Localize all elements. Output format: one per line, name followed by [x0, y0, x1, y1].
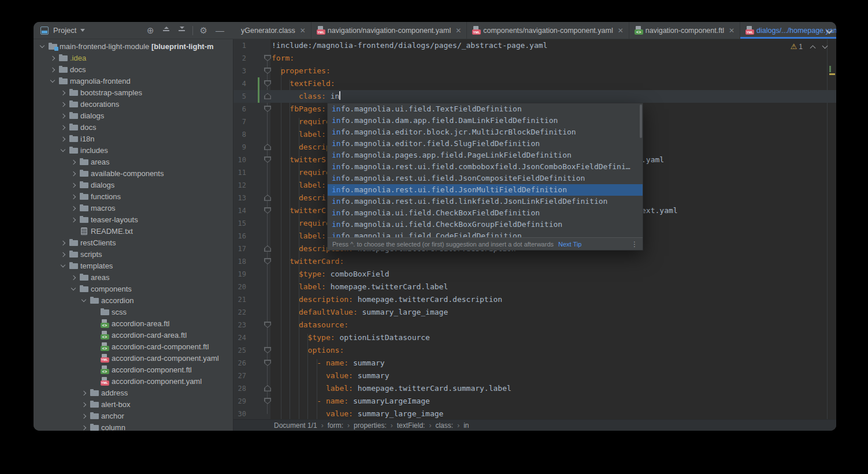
chevron-collapsed-icon[interactable]: [71, 206, 75, 210]
tree-item-components[interactable]: components: [34, 283, 233, 294]
fold-region-end-icon[interactable]: [264, 385, 271, 391]
editor-viewport[interactable]: 1!include:/magnolia-frontend/dialogs/pag…: [233, 39, 836, 419]
tree-item-dialogs[interactable]: dialogs: [34, 110, 233, 121]
breadcrumb-document-1-1[interactable]: Document 1/1: [274, 421, 317, 430]
code-line-19[interactable]: 19 $type: comboBoxField: [233, 268, 836, 281]
code-line-22[interactable]: 22 defaultValue: summary_large_image: [233, 306, 836, 319]
code-line-30[interactable]: 30 value: summary_large_image: [233, 408, 836, 419]
tree-item-dialogs[interactable]: dialogs: [34, 179, 233, 191]
chevron-collapsed-icon[interactable]: [60, 125, 65, 129]
tree-item-scripts[interactable]: scripts: [34, 248, 233, 260]
tree-item-areas[interactable]: areas: [34, 156, 233, 167]
chevron-collapsed-icon[interactable]: [81, 390, 86, 395]
fold-region-start-icon[interactable]: [264, 398, 271, 404]
tree-item-available-components[interactable]: available-components: [34, 167, 233, 179]
fold-region-end-icon[interactable]: [264, 195, 271, 201]
code-line-26[interactable]: 26 - name: summary: [233, 357, 836, 370]
completion-item-11[interactable]: info.magnolia.ui.field.CodeFieldDefiniti…: [328, 230, 643, 237]
chevron-expanded-icon[interactable]: [39, 43, 44, 48]
locate-icon[interactable]: ⊕: [147, 26, 154, 35]
tree-item-accordion-card-component-yaml[interactable]: YMLaccordion-card-component.yaml: [34, 352, 233, 364]
tree-item-teaser-layouts[interactable]: teaser-layouts: [34, 214, 233, 225]
chevron-collapsed-icon[interactable]: [71, 194, 75, 199]
tree-item-alert-box[interactable]: alert-box: [34, 398, 233, 410]
completion-item-8[interactable]: info.magnolia.rest.ui.field.linkfield.Js…: [328, 196, 643, 207]
tab-overflow-chevron-icon[interactable]: [827, 28, 832, 33]
prev-problem-icon[interactable]: [810, 45, 816, 51]
chevron-collapsed-icon[interactable]: [71, 159, 75, 164]
breadcrumb-class-[interactable]: class:: [435, 421, 453, 430]
code-line-5[interactable]: 5 class: in: [233, 90, 836, 103]
chevron-down-icon[interactable]: [80, 29, 85, 32]
chevron-expanded-icon[interactable]: [50, 78, 54, 83]
chevron-collapsed-icon[interactable]: [81, 425, 86, 430]
code-line-28[interactable]: 28 label: homepage.twitterCard.summary.l…: [233, 382, 836, 395]
tree-item-decorations[interactable]: decorations: [34, 98, 233, 110]
tree-item-functions[interactable]: functions: [34, 191, 233, 202]
project-panel-title[interactable]: Project: [53, 26, 76, 35]
tree-item-anchor[interactable]: anchor: [34, 410, 233, 421]
tree-item-accordion[interactable]: accordion: [34, 294, 233, 306]
chevron-collapsed-icon[interactable]: [60, 90, 65, 95]
code-line-21[interactable]: 21 description: homepage.twitterCard.des…: [233, 293, 836, 306]
tree-item-readme-txt[interactable]: README.txt: [34, 225, 233, 237]
collapse-all-icon[interactable]: [178, 27, 186, 34]
chevron-collapsed-icon[interactable]: [60, 136, 65, 141]
tree-item--idea[interactable]: .idea: [34, 52, 233, 64]
completion-item-9[interactable]: info.magnolia.ui.field.CheckBoxFieldDefi…: [328, 207, 643, 219]
tree-item-address[interactable]: address: [34, 387, 233, 398]
breadcrumb-form-[interactable]: form:: [328, 421, 343, 430]
code-line-20[interactable]: 20 label: homepage.twitterCard.label: [233, 281, 836, 293]
tree-item-bootstrap-samples[interactable]: bootstrap-samples: [34, 87, 233, 98]
inspection-widget[interactable]: ⚠ 1: [791, 42, 827, 51]
completion-item-6[interactable]: info.magnolia.rest.ui.field.JsonComposit…: [328, 173, 643, 184]
tree-item-restclients[interactable]: restClients: [34, 237, 233, 248]
hide-panel-icon[interactable]: —: [216, 25, 224, 35]
chevron-collapsed-icon[interactable]: [71, 182, 75, 187]
fold-region-start-icon[interactable]: [264, 68, 271, 74]
chevron-collapsed-icon[interactable]: [71, 217, 75, 222]
code-line-29[interactable]: 29 - name: summaryLargeImage: [233, 395, 836, 408]
close-icon[interactable]: ✕: [729, 27, 735, 35]
tab-navigation-navigation-component-yaml[interactable]: YMLnavigation/navigation-component.yaml✕: [311, 22, 467, 39]
fold-region-start-icon[interactable]: [264, 156, 271, 163]
tree-item-main-frontend-light-module[interactable]: main-frontend-light-module [blueprint-li…: [34, 40, 233, 52]
tree-item-accordion-card-component-ftl[interactable]: <>accordion-card-component.ftl: [34, 341, 233, 352]
chevron-collapsed-icon[interactable]: [60, 102, 65, 106]
breadcrumb-properties-[interactable]: properties:: [354, 421, 387, 430]
tab-navigation-component-ftl[interactable]: <>navigation-component.ftl✕: [629, 22, 740, 39]
close-icon[interactable]: ✕: [300, 27, 306, 35]
code-line-4[interactable]: 4 textField:: [233, 77, 836, 90]
fold-region-end-icon[interactable]: [264, 93, 271, 99]
tree-item-accordion-component-ftl[interactable]: <>accordion-component.ftl: [34, 364, 233, 375]
next-tip-link[interactable]: Next Tip: [558, 241, 581, 248]
fold-region-start-icon[interactable]: [264, 347, 271, 353]
code-line-18[interactable]: 18 twitterCard:: [233, 255, 836, 268]
chevron-collapsed-icon[interactable]: [71, 275, 75, 279]
tree-item-scss[interactable]: scss: [34, 306, 233, 318]
breadcrumb-textfield-[interactable]: textField:: [397, 421, 425, 430]
tree-item-accordion-component-yaml[interactable]: YMLaccordion-component.yaml: [34, 375, 233, 387]
chevron-collapsed-icon[interactable]: [50, 55, 54, 60]
chevron-expanded-icon[interactable]: [71, 286, 75, 290]
tree-item-includes[interactable]: includes: [34, 144, 233, 156]
close-icon[interactable]: ✕: [618, 27, 624, 35]
tree-item-macros[interactable]: macros: [34, 202, 233, 214]
code-line-2[interactable]: 2form:: [233, 52, 836, 65]
chevron-collapsed-icon[interactable]: [50, 67, 54, 72]
expand-all-icon[interactable]: [162, 27, 170, 34]
code-line-3[interactable]: 3 properties:: [233, 65, 836, 77]
tab-ygenerator-class[interactable]: yGenerator.class✕: [233, 22, 311, 39]
chevron-collapsed-icon[interactable]: [60, 240, 65, 245]
chevron-expanded-icon[interactable]: [81, 297, 86, 302]
code-line-23[interactable]: 23 datasource:: [233, 319, 836, 331]
chevron-collapsed-icon[interactable]: [60, 113, 65, 118]
completion-item-10[interactable]: info.magnolia.ui.field.CheckBoxGroupFiel…: [328, 219, 643, 230]
close-icon[interactable]: ✕: [455, 27, 461, 35]
code-line-1[interactable]: 1!include:/magnolia-frontend/dialogs/pag…: [233, 39, 836, 52]
tree-item-docs[interactable]: docs: [34, 64, 233, 75]
settings-icon[interactable]: ⚙: [200, 26, 207, 35]
fold-region-start-icon[interactable]: [264, 106, 271, 112]
chevron-collapsed-icon[interactable]: [71, 171, 75, 176]
tree-item-areas[interactable]: areas: [34, 271, 233, 283]
